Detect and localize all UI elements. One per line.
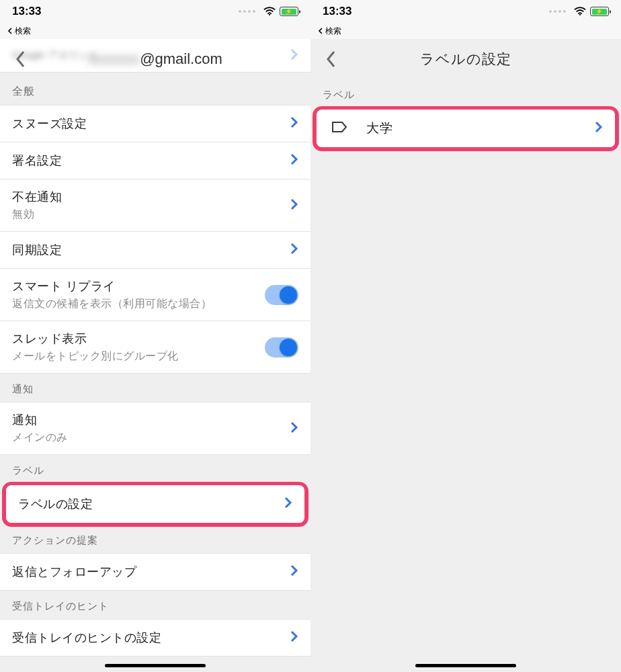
status-bar: 13:33 ⚡ [310, 0, 621, 23]
chevron-right-icon [290, 243, 298, 257]
row-label: スマート リプライ [12, 278, 265, 294]
section-header-labels: ラベル [0, 455, 310, 484]
toggle-thread-view[interactable] [265, 337, 298, 358]
breadcrumb-back[interactable]: 検索 [310, 23, 621, 39]
highlight-label-item: 大学 [313, 106, 619, 151]
row-inbox-tips[interactable]: 受信トレイのヒントの設定 [0, 619, 310, 657]
nav-bar: xxxxxxx@gmail.com [0, 39, 310, 79]
label-settings-screen: 13:33 ⚡ 検索 ラベルの設定 ラベル 大学 [310, 0, 621, 672]
section-header-inbox-tips: 受信トレイのヒント [0, 591, 310, 620]
page-title: ラベルの設定 [349, 50, 582, 69]
nav-bar: ラベルの設定 [310, 39, 621, 79]
battery-icon: ⚡ [590, 7, 609, 16]
row-reply-followup[interactable]: 返信とフォローアップ [0, 553, 310, 591]
section-header-general: 全般 [0, 75, 310, 106]
chevron-right-icon [595, 121, 603, 136]
chevron-right-icon [290, 421, 298, 436]
row-sub: 無効 [12, 208, 290, 222]
row-smart-reply: スマート リプライ 返信文の候補を表示（利用可能な場合） [0, 268, 310, 321]
row-sub: 返信文の候補を表示（利用可能な場合） [12, 297, 265, 311]
row-sub: メールをトピック別にグループ化 [12, 349, 265, 364]
row-label: 通知 [12, 412, 290, 428]
highlight-label-settings: ラベルの設定 [2, 482, 308, 527]
toggle-smart-reply[interactable] [265, 285, 298, 305]
section-header-actions: アクションの提案 [0, 525, 310, 554]
label-name: 大学 [366, 120, 392, 137]
row-vacation[interactable]: 不在通知 無効 [0, 179, 310, 232]
settings-screen: 13:33 ⚡ 検索 Google アカウント xxxxxxx@gmail.co… [0, 0, 310, 672]
row-notifications[interactable]: 通知 メインのみ [0, 402, 310, 455]
row-label-settings[interactable]: ラベルの設定 [6, 485, 304, 523]
row-label-item[interactable]: 大学 [317, 110, 615, 147]
status-time: 13:33 [323, 5, 351, 18]
status-right: ⚡ [549, 7, 609, 16]
breadcrumb-back[interactable]: 検索 [0, 23, 310, 39]
breadcrumb-label: 検索 [325, 26, 341, 37]
row-signature[interactable]: 署名設定 [0, 142, 310, 179]
chevron-right-icon [284, 497, 292, 511]
row-sub: メインのみ [12, 431, 290, 445]
chevron-right-icon [290, 564, 298, 579]
signal-dots-icon [239, 10, 255, 13]
back-button[interactable] [9, 48, 32, 71]
row-label: ラベルの設定 [18, 496, 284, 512]
row-thread-view: スレッド表示 メールをトピック別にグループ化 [0, 321, 310, 374]
svg-point-1 [579, 14, 581, 15]
page-title-email: xxxxxxx@gmail.com [39, 50, 272, 68]
status-bar: 13:33 ⚡ [0, 0, 310, 23]
chevron-right-icon [290, 153, 298, 168]
wifi-icon [574, 7, 586, 16]
row-label: スレッド表示 [12, 331, 265, 347]
row-snooze[interactable]: スヌーズ設定 [0, 105, 310, 142]
email-domain: @gmail.com [140, 50, 222, 67]
row-label: 不在通知 [12, 189, 290, 205]
status-right: ⚡ [239, 7, 298, 16]
signal-dots-icon [549, 10, 566, 13]
svg-point-0 [269, 14, 270, 15]
row-label: 受信トレイのヒントの設定 [12, 630, 290, 646]
chevron-right-icon [290, 116, 298, 131]
wifi-icon [263, 7, 276, 16]
back-button[interactable] [320, 48, 343, 71]
home-indicator[interactable] [415, 664, 516, 667]
status-time: 13:33 [12, 5, 41, 18]
battery-icon: ⚡ [280, 7, 298, 16]
breadcrumb-label: 検索 [15, 26, 31, 37]
row-sync[interactable]: 同期設定 [0, 231, 310, 269]
row-label: スヌーズ設定 [12, 116, 290, 132]
row-label: 同期設定 [12, 242, 290, 258]
section-header-notifications: 通知 [0, 374, 310, 403]
home-indicator[interactable] [105, 664, 206, 667]
chevron-right-icon [290, 630, 298, 645]
email-masked: xxxxxxx [88, 50, 140, 68]
row-label: 返信とフォローアップ [12, 564, 290, 580]
section-header-labels: ラベル [310, 79, 621, 108]
label-icon [331, 120, 347, 136]
chevron-right-icon [290, 198, 298, 213]
row-label: 署名設定 [12, 153, 290, 169]
